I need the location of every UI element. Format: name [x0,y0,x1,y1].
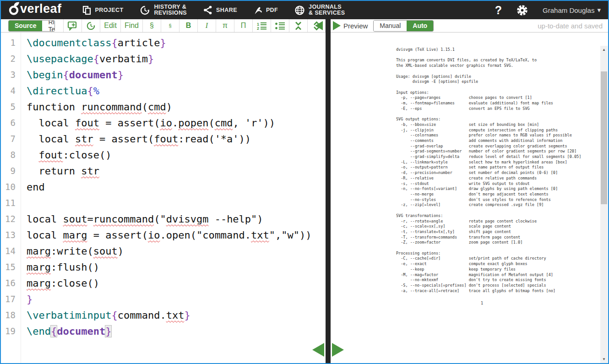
code-line: function runcommand(cmd) [27,99,326,115]
numbered-list-icon: 12 [256,22,267,30]
line-number: 7 [1,131,21,147]
editor-pane: Source Rich Text EditFind§§BIπΠ12 123456… [1,19,326,363]
menu-item-label: HISTORY &REVISIONS [154,4,187,16]
line-number: 17 [1,291,21,307]
source-tab[interactable]: Source [9,21,42,31]
journals-services-button[interactable]: JOURNALS& SERVICES [294,4,345,16]
subsection-button[interactable]: § [161,19,179,32]
line-number: 12 [1,211,21,227]
code-line: fout:close() [27,147,326,163]
line-number: 9 [1,163,21,179]
code-lines: \documentclass{article}\usepackage{verba… [21,33,326,363]
auto-compile-button[interactable]: Auto [407,21,433,31]
manual-compile-button[interactable]: Manual [374,21,407,31]
menu-item-label: PDF [266,7,278,13]
user-name: Graham Douglas [543,6,594,14]
pdf-page-number: 1 [396,301,568,305]
menu-item-label: SHARE [216,7,237,13]
line-number: 11 [1,195,21,211]
code-line: marg:flush() [27,259,326,275]
code-line: \directlua{% [27,83,326,99]
project-icon [82,5,92,15]
line-number: 8 [1,147,21,163]
code-line: \documentclass{article} [27,35,326,51]
svg-text:2: 2 [257,26,259,30]
code-line: } [27,291,326,307]
preview-pane: Preview Manual Auto up-to-date and saved… [331,19,608,363]
comment-plus-icon [67,21,78,31]
history-green-icon [86,21,96,31]
section-button[interactable]: § [142,19,161,32]
gear-icon[interactable] [517,5,528,16]
source-editor[interactable]: 12345678910111213141516171819 \documentc… [1,33,326,363]
rich-text-tab[interactable]: Rich Text [42,21,55,31]
italic-button[interactable]: I [197,19,216,32]
code-line: \begin{document} [27,67,326,83]
line-number: 13 [1,227,21,243]
svg-text:1: 1 [257,22,259,26]
line-number: 16 [1,275,21,291]
line-number: 19 [1,323,21,339]
code-line: \verbatiminput{command.txt} [27,307,326,323]
share-icon [203,5,212,15]
editor-toolbar: Source Rich Text EditFind§§BIπΠ12 [1,19,326,33]
history-icon [140,5,150,16]
overleaf-logo-text: verleaf [20,2,62,16]
line-number: 18 [1,307,21,323]
add-comment-button[interactable] [63,19,82,32]
scroll-down-icon[interactable]: ▼ [600,355,608,363]
preview-scrollbar[interactable]: ▲ ▼ [600,46,608,363]
help-button[interactable]: ? [495,4,502,17]
pdf-page-text: dvisvgm (TeX Live) 1.15.1 This program c… [396,47,581,293]
code-line [27,195,326,211]
overleaf-logo[interactable]: verleaf [8,2,62,18]
pdf-viewer: dvisvgm (TeX Live) 1.15.1 This program c… [331,33,608,363]
edit-button[interactable]: Edit [100,19,120,32]
menu-item-label: JOURNALS& SERVICES [309,4,345,16]
pdf-icon [254,5,262,15]
overleaf-leaf-icon [8,2,20,18]
line-number: 3 [1,67,21,83]
overleaf-window: verleaf PROJECTHISTORY &REVISIONSSHAREPD… [0,0,609,364]
code-line: local marg = assert(io.open("command.txt… [27,227,326,243]
mode-toggle: Source Rich Text [8,20,55,32]
top-bar-right: ? Graham Douglas ▾ [495,4,601,17]
user-menu[interactable]: Graham Douglas ▾ [543,6,601,14]
line-number: 6 [1,115,21,131]
bullet-list-icon [275,22,285,30]
track-changes-button[interactable] [82,19,100,32]
find-button[interactable]: Find [120,19,142,32]
collapse-preview-arrow[interactable] [332,343,344,357]
code-line: marg:close() [27,275,326,291]
history-revisions-button[interactable]: HISTORY &REVISIONS [140,4,187,16]
line-number: 10 [1,179,21,195]
pdf-button[interactable]: PDF [254,5,278,15]
code-line: marg:write(sout) [27,243,326,259]
globe-icon [294,5,305,16]
preview-label: Preview [343,22,368,30]
share-button[interactable]: SHARE [203,5,237,15]
pane-divider[interactable] [326,19,331,363]
line-number: 2 [1,51,21,67]
compile-status: up-to-date and saved [538,22,608,30]
inline-math-button[interactable]: π [216,19,234,32]
line-number: 14 [1,243,21,259]
compile-mode-toggle: Manual Auto [373,20,434,32]
code-line: \usepackage{verbatim} [27,51,326,67]
line-number-gutter: 12345678910111213141516171819 [1,33,21,363]
project-button[interactable]: PROJECT [82,5,124,15]
code-line: end [27,179,326,195]
collapse-editor-arrow[interactable] [315,21,323,30]
display-math-button[interactable]: Π [234,19,252,32]
line-number: 15 [1,259,21,275]
bold-button[interactable]: B [179,19,197,32]
expand-preview-arrow[interactable] [333,21,341,30]
collapse-button[interactable] [289,19,307,32]
line-number: 5 [1,99,21,115]
scrollbar-thumb[interactable] [601,71,607,204]
top-menu: PROJECTHISTORY &REVISIONSSHAREPDFJOURNAL… [82,4,345,16]
bullet-list-button[interactable] [271,19,289,32]
expand-editor-arrow[interactable] [312,343,324,357]
scroll-up-icon[interactable]: ▲ [600,46,608,54]
numbered-list-button[interactable]: 12 [252,19,271,32]
